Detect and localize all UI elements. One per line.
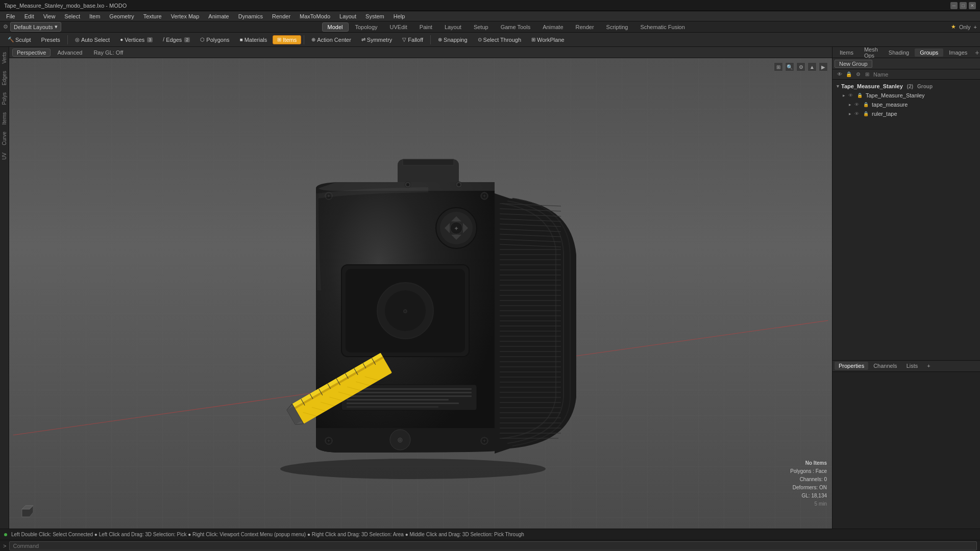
left-tab-items[interactable]: Items xyxy=(1,109,8,128)
tree-item-root[interactable]: ▾Tape_Measure_Stanley(2) Group xyxy=(835,82,978,91)
vp-ctrl-layout[interactable]: ⊞ xyxy=(774,62,783,71)
close-button[interactable]: ✕ xyxy=(969,2,976,9)
command-input[interactable] xyxy=(9,541,977,550)
tree-item-suffix-root: Group xyxy=(917,84,933,89)
viewport-raygl-btn[interactable]: Ray GL: Off xyxy=(89,48,128,57)
svg-point-51 xyxy=(457,183,460,186)
toolbar-btn-auto-select[interactable]: ◎Auto Select xyxy=(70,35,114,44)
commandbar: > xyxy=(0,540,980,551)
toolbar-btn-falloff[interactable]: ▽Falloff xyxy=(398,35,428,44)
polygons-label: Polygons xyxy=(206,37,229,43)
layout-tab-game-tools[interactable]: Game Tools xyxy=(495,22,536,32)
rp-extra-icon[interactable]: ⊞ xyxy=(863,70,871,79)
vp-ctrl-settings[interactable]: ⚙ xyxy=(796,62,805,71)
toolbar-btn-symmetry[interactable]: ⇌Symmetry xyxy=(357,35,397,44)
menu-item-view[interactable]: View xyxy=(39,13,60,20)
right-panel-content[interactable]: ▾Tape_Measure_Stanley(2) Group▸👁🔒Tape_Me… xyxy=(832,80,980,360)
menu-item-layout[interactable]: Layout xyxy=(335,13,360,20)
menu-item-texture[interactable]: Texture xyxy=(139,13,166,20)
rp-tab-items[interactable]: Items xyxy=(835,48,859,57)
vp-ctrl-zoom[interactable]: 🔍 xyxy=(785,62,794,71)
viewport-canvas[interactable]: ⊞ 🔍 ⚙ ▲ ▶ xyxy=(9,58,832,529)
expand-arrow-child2[interactable]: ▸ xyxy=(849,102,851,107)
bp-tab-lists[interactable]: Lists xyxy=(902,362,922,370)
menu-item-help[interactable]: Help xyxy=(389,13,409,20)
viewport-advanced-btn[interactable]: Advanced xyxy=(53,48,87,57)
rp-tab-groups[interactable]: Groups xyxy=(915,48,943,57)
vp-ctrl-more[interactable]: ▲ xyxy=(807,62,817,71)
tree-item-child1[interactable]: ▸👁🔒Tape_Measure_Stanley xyxy=(835,91,978,100)
eye-icon-child3[interactable]: 👁 xyxy=(853,111,860,117)
rp-tab-images[interactable]: Images xyxy=(944,48,972,57)
menu-item-maxtomodo[interactable]: MaxToModo xyxy=(296,13,334,20)
tree-item-child3[interactable]: ▸👁🔒ruler_tape xyxy=(835,109,978,118)
layout-tab-model[interactable]: Model xyxy=(322,22,349,32)
layout-tab-setup[interactable]: Setup xyxy=(468,22,494,32)
layout-tab-uvedit[interactable]: UVEdit xyxy=(384,22,413,32)
tree-item-label-child3: ruler_tape xyxy=(872,111,897,117)
rp-tab-add[interactable]: + xyxy=(973,48,980,57)
toolbar-btn-materials[interactable]: ■Materials xyxy=(235,35,272,44)
lock-icon-child1[interactable]: 🔒 xyxy=(856,92,863,98)
statusbar: Left Double Click: Select Connected ● Le… xyxy=(0,529,980,540)
rp-tab-mesh-ops[interactable]: Mesh Ops xyxy=(859,45,883,60)
bp-tab-channels[interactable]: Channels xyxy=(869,362,901,370)
left-tab-curve[interactable]: Curve xyxy=(1,129,8,148)
menu-item-item[interactable]: Item xyxy=(85,13,104,20)
tree-item-child2[interactable]: ▸👁🔒tape_measure xyxy=(835,100,978,109)
menu-item-file[interactable]: File xyxy=(2,13,19,20)
layout-tab-topology[interactable]: Topology xyxy=(350,22,383,32)
menu-item-dynamics[interactable]: Dynamics xyxy=(234,13,267,20)
layout-tab-animate[interactable]: Animate xyxy=(537,22,569,32)
menu-item-vertex map[interactable]: Vertex Map xyxy=(167,13,204,20)
toolbar-btn-vertices[interactable]: ●Vertices3 xyxy=(115,35,157,44)
tree-item-label-child2: tape_measure xyxy=(872,102,908,108)
expand-arrow-child3[interactable]: ▸ xyxy=(849,111,851,116)
toolbar-btn-presets[interactable]: Presets xyxy=(37,35,65,44)
menu-item-geometry[interactable]: Geometry xyxy=(105,13,138,20)
toolbar-btn-sculpt[interactable]: 🔨Sculpt xyxy=(3,35,36,44)
toolbar-btn-edges[interactable]: /Edges2 xyxy=(158,35,194,44)
bp-tab-properties[interactable]: Properties xyxy=(835,362,868,370)
layout-tab-render[interactable]: Render xyxy=(570,22,600,32)
maximize-button[interactable]: □ xyxy=(960,2,967,9)
layout-tab-paint[interactable]: Paint xyxy=(414,22,438,32)
eye-icon-child2[interactable]: 👁 xyxy=(853,102,860,108)
left-tab-edges[interactable]: Edges xyxy=(1,68,8,88)
expand-arrow-child1[interactable]: ▸ xyxy=(843,93,845,98)
layout-tab-schematic-fusion[interactable]: Schematic Fusion xyxy=(634,22,690,32)
lock-icon-child3[interactable]: 🔒 xyxy=(863,111,869,117)
lock-icon-child2[interactable]: 🔒 xyxy=(863,102,869,108)
rp-tab-shading[interactable]: Shading xyxy=(884,48,914,57)
layout-tab-scripting[interactable]: Scripting xyxy=(601,22,634,32)
left-tab-verts[interactable]: Verts xyxy=(1,49,8,67)
add-layout-button[interactable]: + xyxy=(974,24,977,30)
menu-item-system[interactable]: System xyxy=(361,13,388,20)
toolbar-btn-workplane[interactable]: ⊞WorkPlane xyxy=(527,35,569,44)
menu-item-edit[interactable]: Edit xyxy=(20,13,38,20)
menu-item-render[interactable]: Render xyxy=(268,13,295,20)
viewport-perspective-btn[interactable]: Perspective xyxy=(12,48,51,57)
layout-dropdown[interactable]: Default Layouts ▾ xyxy=(10,22,61,32)
layout-tabs: ModelTopologyUVEditPaintLayoutSetupGame … xyxy=(63,22,949,32)
rp-settings-icon[interactable]: ⚙ xyxy=(854,70,862,79)
menu-item-select[interactable]: Select xyxy=(60,13,84,20)
toolbar-btn-snapping[interactable]: ⊗Snapping xyxy=(433,35,472,44)
viewport[interactable]: Perspective Advanced Ray GL: Off ⊞ 🔍 ⚙ ▲… xyxy=(9,47,832,529)
rp-lock-icon[interactable]: 🔒 xyxy=(845,70,853,79)
toolbar-btn-select-through[interactable]: ⊙Select Through xyxy=(473,35,526,44)
left-tab-polys[interactable]: Polys xyxy=(1,89,8,108)
new-group-button[interactable]: New Group xyxy=(835,60,872,68)
toolbar-btn-items[interactable]: ⊞Items xyxy=(273,35,301,44)
toolbar-btn-action-center[interactable]: ⊕Action Center xyxy=(307,35,356,44)
toolbar-btn-polygons[interactable]: ⬡Polygons xyxy=(195,35,234,44)
rp-eye-icon[interactable]: 👁 xyxy=(836,70,844,79)
minimize-button[interactable]: ─ xyxy=(950,2,958,9)
left-tab-uv[interactable]: UV xyxy=(1,149,8,163)
expand-arrow-root[interactable]: ▾ xyxy=(837,84,839,89)
bp-tab-add[interactable]: + xyxy=(923,362,934,370)
vp-ctrl-extra[interactable]: ▶ xyxy=(819,62,828,71)
menu-item-animate[interactable]: Animate xyxy=(204,13,233,20)
layout-tab-layout[interactable]: Layout xyxy=(439,22,467,32)
eye-icon-child1[interactable]: 👁 xyxy=(847,92,853,98)
